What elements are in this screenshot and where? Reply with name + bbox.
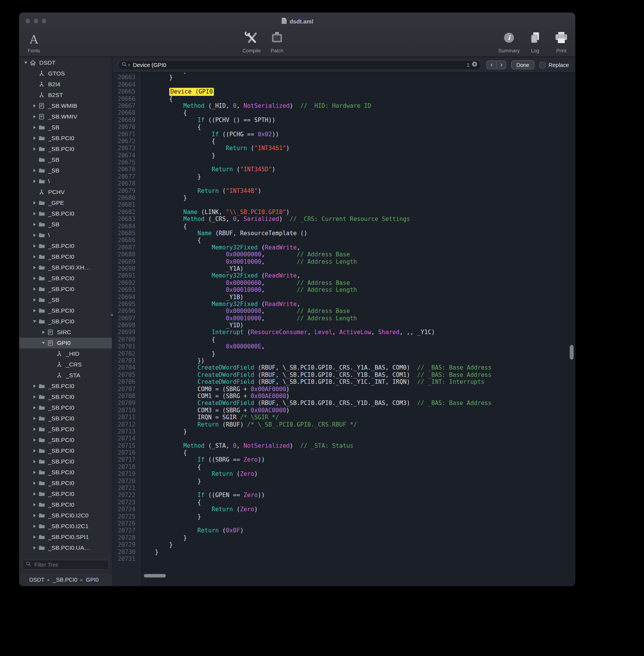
tree-item-sbpci0[interactable]: _SB.PCI0 xyxy=(19,445,112,456)
disclosure-triangle-icon[interactable] xyxy=(40,342,47,344)
find-previous-button[interactable]: ‹ xyxy=(486,60,496,69)
done-button[interactable]: Done xyxy=(511,60,534,69)
tree-item-sbpci0[interactable]: _SB.PCI0 xyxy=(19,456,112,467)
filter-tree-input[interactable] xyxy=(33,561,105,568)
tree-item-sbpci0spi1[interactable]: _SB.PCI0.SPI1 xyxy=(19,532,112,542)
tree-item-sbpci0[interactable]: _SB.PCI0 xyxy=(19,499,112,510)
tree-item-sbpci0[interactable]: _SB.PCI0 xyxy=(19,273,112,284)
tree-item-sbwmib[interactable]: _SB.WMIB xyxy=(19,100,112,111)
disclosure-triangle-icon[interactable] xyxy=(31,223,38,226)
tree-item-sbpci0[interactable]: _SB.PCI0 xyxy=(19,251,112,262)
tree-item-sbpci0[interactable]: _SB.PCI0 xyxy=(19,489,112,499)
replace-checkbox[interactable] xyxy=(539,62,546,68)
disclosure-triangle-icon[interactable] xyxy=(31,309,38,312)
tree-item-[interactable]: \ xyxy=(19,230,112,241)
tree-item-sbpci0[interactable]: _SB.PCI0 xyxy=(19,467,112,478)
disclosure-triangle-icon[interactable] xyxy=(31,395,38,398)
tree-item-sbpci0[interactable]: _SB.PCI0 xyxy=(19,381,112,392)
tree-item-sbpci0xh[interactable]: _SB.PCI0.XH… xyxy=(19,262,112,273)
tree-item-gpe[interactable]: _GPE xyxy=(19,197,112,208)
tree-item-sbpci0[interactable]: _SB.PCI0 xyxy=(19,208,112,219)
tree-item-b2st[interactable]: B2ST xyxy=(19,90,112,100)
horizontal-scrollbar-thumb[interactable] xyxy=(144,574,166,577)
disclosure-triangle-icon[interactable] xyxy=(31,428,38,431)
tree-item-gpi0[interactable]: GPI0 xyxy=(19,338,112,348)
tree-item-sbpci0[interactable]: _SB.PCI0 xyxy=(19,284,112,295)
fonts-button[interactable]: A Fonts xyxy=(23,30,45,54)
tree-item-sbwmiv[interactable]: _SB.WMIV xyxy=(19,111,112,122)
tree-item-[interactable]: \ xyxy=(19,176,112,187)
code-area[interactable]: 20662 }20663 }2066420665 Device (GPI0206… xyxy=(112,73,575,586)
tree-item-gtos[interactable]: GTOS xyxy=(19,68,112,79)
tree-item-sbpci0[interactable]: _SB.PCI0 xyxy=(19,424,112,435)
tree-item-sbpci0[interactable]: _SB.PCI0 xyxy=(19,435,112,445)
breadcrumb-item[interactable]: DSDT xyxy=(29,577,44,583)
disclosure-triangle-icon[interactable] xyxy=(31,471,38,474)
tree-item-sbpci0[interactable]: _SB.PCI0 xyxy=(19,413,112,424)
disclosure-triangle-icon[interactable] xyxy=(31,482,38,485)
disclosure-triangle-icon[interactable] xyxy=(31,234,38,237)
disclosure-triangle-icon[interactable] xyxy=(22,62,29,64)
disclosure-triangle-icon[interactable] xyxy=(31,406,38,409)
disclosure-triangle-icon[interactable] xyxy=(31,492,38,495)
disclosure-triangle-icon[interactable] xyxy=(31,277,38,280)
tree-item-sbpci0[interactable]: _SB.PCI0 xyxy=(19,478,112,489)
tree-item-dsdt[interactable]: DSDT xyxy=(19,57,112,68)
clear-search-icon[interactable] xyxy=(472,61,477,69)
find-search-field[interactable]: ▾ 1 xyxy=(118,60,481,70)
disclosure-triangle-icon[interactable] xyxy=(31,298,38,301)
disclosure-triangle-icon[interactable] xyxy=(31,115,38,118)
disclosure-triangle-icon[interactable] xyxy=(31,266,38,269)
tree-item-sb[interactable]: _SB xyxy=(19,154,112,165)
disclosure-triangle-icon[interactable] xyxy=(31,438,38,442)
disclosure-triangle-icon[interactable] xyxy=(31,255,38,258)
disclosure-triangle-icon[interactable] xyxy=(31,180,38,183)
disclosure-triangle-icon[interactable] xyxy=(31,503,38,506)
breadcrumb-item[interactable]: _SB.PCI0 xyxy=(53,577,78,583)
tree-item-sbpci0[interactable]: _SB.PCI0 xyxy=(19,305,112,316)
tree-item-b2i4[interactable]: B2I4 xyxy=(19,79,112,90)
disclosure-triangle-icon[interactable] xyxy=(31,137,38,140)
disclosure-triangle-icon[interactable] xyxy=(31,320,38,323)
disclosure-triangle-icon[interactable] xyxy=(31,201,38,204)
tree-item-sb[interactable]: _SB xyxy=(19,219,112,230)
find-next-button[interactable]: › xyxy=(496,60,506,69)
disclosure-triangle-icon[interactable] xyxy=(31,104,38,107)
tree-item-sbpci0[interactable]: _SB.PCI0 xyxy=(19,402,112,413)
tree-item-sbpci0[interactable]: _SB.PCI0 xyxy=(19,316,112,327)
disclosure-triangle-icon[interactable] xyxy=(31,212,38,215)
tree-item-sbpci0[interactable]: _SB.PCI0 xyxy=(19,392,112,402)
disclosure-triangle-icon[interactable] xyxy=(31,147,38,151)
disclosure-triangle-icon[interactable] xyxy=(31,169,38,172)
tree-item-sb[interactable]: _SB xyxy=(19,122,112,133)
vertical-scrollbar-thumb[interactable] xyxy=(570,345,574,360)
disclosure-triangle-icon[interactable] xyxy=(31,514,38,517)
tree-item-sta[interactable]: _STA xyxy=(19,370,112,381)
tree-item-hid[interactable]: _HID xyxy=(19,348,112,359)
sidebar-resize-handle[interactable] xyxy=(111,314,113,316)
disclosure-triangle-icon[interactable] xyxy=(31,385,38,388)
print-button[interactable]: Print xyxy=(551,30,572,54)
disclosure-triangle-icon[interactable] xyxy=(31,288,38,291)
disclosure-triangle-icon[interactable] xyxy=(31,525,38,528)
log-button[interactable]: Log xyxy=(524,30,546,54)
tree-item-sirc[interactable]: SIRC xyxy=(19,327,112,338)
disclosure-triangle-icon[interactable] xyxy=(31,244,38,248)
filter-field[interactable] xyxy=(22,560,109,570)
patch-button[interactable]: Patch xyxy=(266,30,288,54)
tree-item-sb[interactable]: _SB xyxy=(19,295,112,305)
disclosure-triangle-icon[interactable] xyxy=(31,460,38,463)
tree-item-sbpci0[interactable]: _SB.PCI0 xyxy=(19,241,112,251)
tree-item-sbpci0[interactable]: _SB.PCI0 xyxy=(19,133,112,144)
tree-item-sbpci0i2c1[interactable]: _SB.PCI0.I2C1 xyxy=(19,521,112,532)
tree-item-sb[interactable]: _SB xyxy=(19,165,112,176)
disclosure-triangle-icon[interactable] xyxy=(31,546,38,549)
disclosure-triangle-icon[interactable] xyxy=(40,331,47,334)
summary-button[interactable]: i Summary xyxy=(498,30,520,54)
tree-item-crs[interactable]: _CRS xyxy=(19,359,112,370)
disclosure-triangle-icon[interactable] xyxy=(31,126,38,129)
disclosure-triangle-icon[interactable] xyxy=(31,417,38,420)
breadcrumb-item[interactable]: GPI0 xyxy=(86,577,98,583)
compile-button[interactable]: Compile xyxy=(241,30,262,54)
search-options-chevron-icon[interactable]: ▾ xyxy=(128,63,130,67)
